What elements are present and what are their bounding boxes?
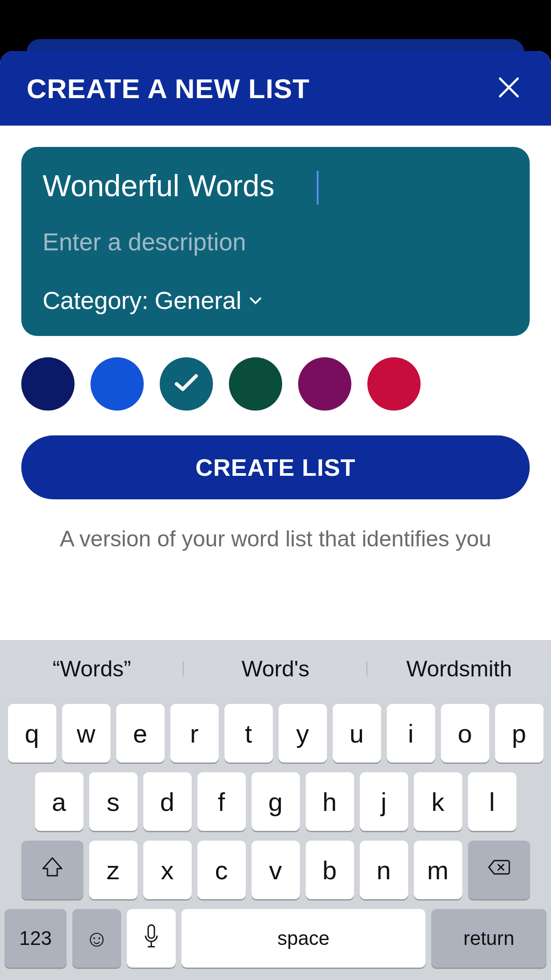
key-c[interactable]: c xyxy=(197,841,246,899)
category-label: Category: xyxy=(43,286,148,315)
key-f[interactable]: f xyxy=(197,772,246,831)
keyboard-row-1: qwertyuiop xyxy=(4,704,547,763)
list-description-input[interactable]: Enter a description xyxy=(43,228,508,256)
category-selector[interactable]: Category: General xyxy=(43,286,508,315)
backspace-icon xyxy=(487,855,511,885)
key-o[interactable]: o xyxy=(441,704,489,763)
key-b[interactable]: b xyxy=(306,841,354,899)
key-k[interactable]: k xyxy=(414,772,462,831)
key-z[interactable]: z xyxy=(89,841,138,899)
key-y[interactable]: y xyxy=(279,704,327,763)
key-dictation[interactable] xyxy=(127,909,176,968)
svg-rect-4 xyxy=(148,925,154,938)
key-g[interactable]: g xyxy=(252,772,300,831)
key-d[interactable]: d xyxy=(143,772,192,831)
key-p[interactable]: p xyxy=(495,704,543,763)
emoji-icon: ☺ xyxy=(85,925,108,952)
keyboard-suggestion-0[interactable]: “Words” xyxy=(0,656,184,682)
color-swatch-1[interactable] xyxy=(91,357,144,411)
key-u[interactable]: u xyxy=(333,704,381,763)
key-i[interactable]: i xyxy=(387,704,435,763)
color-swatch-2[interactable] xyxy=(160,357,213,411)
key-backspace[interactable] xyxy=(468,841,530,899)
close-button[interactable] xyxy=(493,73,524,104)
list-form-card: Enter a description Category: General xyxy=(21,147,530,336)
key-shift[interactable] xyxy=(21,841,83,899)
key-a[interactable]: a xyxy=(35,772,83,831)
keyboard-suggestion-bar: “Words”Word'sWordsmith xyxy=(0,640,551,698)
color-swatch-3[interactable] xyxy=(229,357,282,411)
color-swatch-4[interactable] xyxy=(298,357,351,411)
key-s[interactable]: s xyxy=(89,772,138,831)
list-title-input[interactable] xyxy=(43,168,508,203)
key-x[interactable]: x xyxy=(143,841,192,899)
category-value: General xyxy=(154,286,241,315)
key-j[interactable]: j xyxy=(360,772,408,831)
keyboard-suggestion-2[interactable]: Wordsmith xyxy=(367,656,551,682)
keyboard-row-bottom: 123 ☺ space return xyxy=(4,909,547,968)
key-h[interactable]: h xyxy=(306,772,354,831)
text-cursor xyxy=(317,171,319,205)
key-l[interactable]: l xyxy=(468,772,516,831)
key-m[interactable]: m xyxy=(414,841,462,899)
color-picker-row xyxy=(21,336,530,435)
color-swatch-0[interactable] xyxy=(21,357,75,411)
keyboard-row-3: zxcvbnm xyxy=(4,841,547,899)
microphone-icon xyxy=(142,923,160,953)
check-icon xyxy=(174,373,199,395)
color-swatch-5[interactable] xyxy=(367,357,421,411)
key-t[interactable]: t xyxy=(224,704,273,763)
key-r[interactable]: r xyxy=(170,704,219,763)
key-w[interactable]: w xyxy=(62,704,110,763)
modal-title: CREATE A NEW LIST xyxy=(27,73,310,104)
key-space[interactable]: space xyxy=(181,909,425,968)
close-icon xyxy=(497,76,520,101)
key-e[interactable]: e xyxy=(116,704,165,763)
key-v[interactable]: v xyxy=(252,841,300,899)
on-screen-keyboard: “Words”Word'sWordsmith qwertyuiop asdfgh… xyxy=(0,640,551,980)
key-return[interactable]: return xyxy=(431,909,547,968)
keyboard-row-2: asdfghjkl xyxy=(4,772,547,831)
info-text: A version of your word list that identif… xyxy=(21,526,530,552)
create-list-button[interactable]: CREATE LIST xyxy=(21,435,530,499)
key-123[interactable]: 123 xyxy=(4,909,67,968)
chevron-down-icon xyxy=(248,292,264,308)
key-n[interactable]: n xyxy=(360,841,408,899)
keyboard-suggestion-1[interactable]: Word's xyxy=(184,656,367,682)
title-input-wrap[interactable] xyxy=(43,168,508,228)
key-q[interactable]: q xyxy=(8,704,56,763)
key-emoji[interactable]: ☺ xyxy=(72,909,121,968)
modal-header: CREATE A NEW LIST xyxy=(0,51,551,126)
shift-icon xyxy=(40,855,64,885)
